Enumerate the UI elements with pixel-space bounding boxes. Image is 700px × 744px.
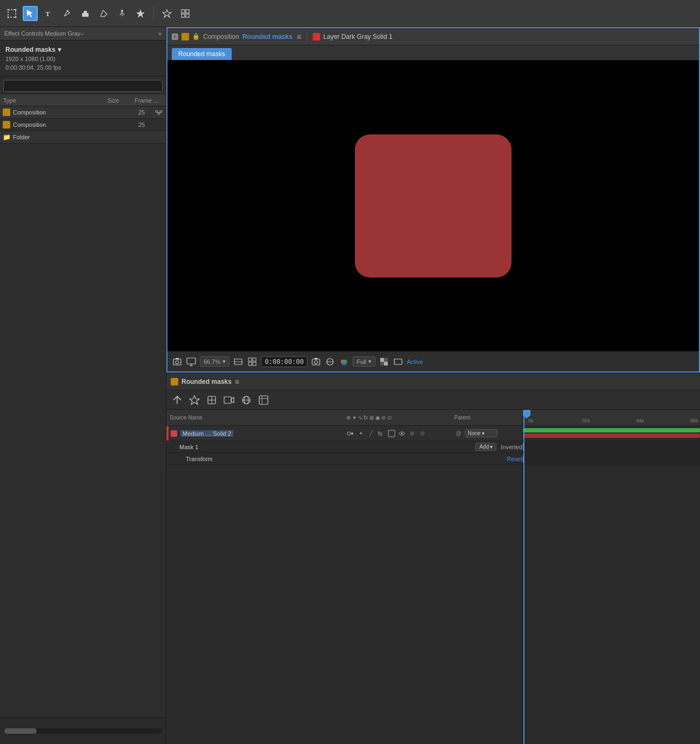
monitor-icon[interactable] — [186, 356, 197, 367]
parent-dropdown-arrow: ▾ — [482, 430, 484, 436]
svg-point-7 — [67, 10, 69, 11]
switch-link[interactable] — [346, 429, 355, 438]
file-row-composition-2[interactable]: Composition 25 — [0, 119, 166, 131]
layer-parent-cell-1: @ None ▾ — [452, 429, 522, 438]
type-tool[interactable]: T — [41, 6, 56, 21]
eraser-tool[interactable] — [96, 6, 111, 21]
project-dimensions: 1920 x 1080 (1.00) — [2, 55, 166, 63]
top-toolbar: T — [0, 0, 700, 27]
svg-line-12 — [120, 12, 122, 15]
tl-video-icon[interactable] — [223, 394, 235, 407]
switch-quality[interactable] — [387, 429, 396, 438]
puppet-tool[interactable] — [115, 6, 130, 21]
svg-rect-0 — [8, 10, 16, 17]
svg-text:fx: fx — [378, 431, 382, 437]
svg-line-24 — [157, 112, 159, 113]
svg-point-1 — [8, 9, 9, 10]
svg-point-70 — [401, 432, 403, 434]
file-row-composition-1[interactable]: Composition 25 — [0, 106, 166, 119]
grid-toggle-icon[interactable] — [247, 356, 258, 367]
project-search-input[interactable] — [3, 80, 163, 92]
file-row-folder[interactable]: 📁 Folder — [0, 131, 166, 144]
svg-rect-19 — [181, 14, 185, 17]
stamp-tool[interactable] — [78, 6, 93, 21]
transform-track-playhead-indicator — [523, 455, 524, 463]
svg-point-45 — [342, 361, 346, 366]
snapshot-icon[interactable] — [172, 356, 183, 367]
camera-icon[interactable] — [311, 356, 321, 367]
motion-blur-icon[interactable] — [325, 356, 335, 367]
tl-parenting-icon[interactable] — [171, 394, 184, 407]
tl-keyframe-icon[interactable] — [257, 394, 270, 407]
switch-solo[interactable]: ✦ — [356, 429, 365, 438]
track-row-1 — [523, 426, 700, 441]
timeline-layers: Source Name ⊕ ✦ ∿ fx ⊞ ◉ ⊘ ⊙ Parent Medi… — [166, 410, 523, 744]
switch-motion-blur[interactable]: ⊙ — [418, 429, 427, 438]
tl-globe-icon[interactable] — [240, 394, 253, 407]
timeline-panel: Rounded masks ≡ — [166, 373, 700, 744]
pixel-aspect-icon[interactable] — [393, 356, 403, 367]
pin-tool[interactable] — [133, 6, 148, 21]
file-table: Type Size Frame ... Composition 25 Compo… — [0, 95, 166, 406]
project-name-label: Rounded masks — [5, 46, 56, 53]
quality-label: Full — [356, 359, 366, 365]
comp-panel-header: × 🔒 Composition Rounded masks ≡ Layer Da… — [167, 28, 699, 45]
switch-fx[interactable]: fx — [377, 429, 386, 438]
col-frame-header: Frame ... — [133, 95, 166, 106]
svg-point-27 — [176, 361, 179, 364]
timecode-display[interactable]: 0:00:00:00 — [261, 356, 307, 367]
comp-menu-icon[interactable]: ≡ — [297, 32, 301, 41]
switch-pen[interactable]: ╱ — [367, 429, 375, 438]
svg-rect-46 — [380, 358, 384, 362]
pen-tool[interactable] — [59, 6, 75, 21]
comp-icon-2 — [2, 120, 11, 129]
parent-dropdown-1[interactable]: None ▾ — [465, 429, 497, 437]
grid-icon[interactable] — [178, 6, 193, 21]
svg-rect-17 — [181, 10, 185, 13]
layer-row-1[interactable]: Medium … Solid 2 ✦ ╱ fx — [166, 426, 522, 441]
ruler-mark-6s: 06s — [690, 418, 698, 423]
tl-transform-icon[interactable] — [205, 394, 218, 407]
svg-marker-57 — [231, 397, 234, 403]
tab-bar: Rounded masks — [167, 45, 699, 60]
svg-rect-28 — [176, 358, 179, 360]
sublayer-transform[interactable]: Transform Reset — [166, 453, 522, 465]
comp-tab[interactable]: Rounded masks — [172, 48, 232, 60]
selection-tool[interactable] — [23, 6, 38, 21]
transform-reset-link[interactable]: Reset — [507, 456, 522, 462]
left-scroll-thumb[interactable] — [4, 728, 37, 734]
timeline-comp-swatch — [171, 378, 178, 385]
parent-link-icon[interactable]: @ — [454, 429, 463, 438]
svg-rect-22 — [160, 111, 162, 112]
selection-box-tool[interactable] — [4, 6, 19, 21]
tl-effects-icon[interactable] — [188, 394, 201, 407]
svg-point-66 — [351, 432, 353, 435]
comp-close-button[interactable]: × — [172, 33, 178, 40]
svg-point-3 — [8, 16, 9, 18]
svg-point-2 — [15, 9, 17, 10]
svg-rect-50 — [394, 359, 402, 364]
toggle-transparency-icon[interactable] — [379, 356, 389, 367]
comp-icon-1 — [2, 108, 11, 117]
svg-line-13 — [122, 12, 124, 15]
timeline-menu-icon[interactable]: ≡ — [235, 377, 239, 386]
mask-mode-dropdown[interactable]: Add ▾ — [475, 443, 496, 451]
svg-rect-40 — [314, 358, 318, 360]
playhead-ruler — [523, 410, 530, 426]
quality-control[interactable]: Full ▾ — [353, 356, 375, 367]
svg-marker-16 — [163, 10, 171, 17]
mask-name: Mask 1 — [179, 444, 471, 450]
main-layout: Effect Controls Medium Gray– » Rounded m… — [0, 27, 700, 744]
svg-rect-21 — [156, 111, 158, 112]
zoom-control[interactable]: 66.7% ▾ — [200, 356, 230, 367]
project-dropdown-arrow[interactable]: ▾ — [58, 46, 61, 53]
color-picker-icon[interactable] — [339, 356, 349, 367]
switch-eye[interactable] — [398, 429, 406, 438]
left-scrollbar[interactable] — [4, 728, 161, 734]
sublayer-mask-1[interactable]: Mask 1 Add ▾ Inverted — [166, 441, 522, 453]
star-icon[interactable] — [159, 6, 174, 21]
expand-icon[interactable]: » — [158, 30, 161, 37]
comp-size-icon[interactable] — [233, 356, 244, 367]
switch-audio[interactable]: ⊘ — [408, 429, 416, 438]
layer-col-header: Source Name ⊕ ✦ ∿ fx ⊞ ◉ ⊘ ⊙ Parent — [166, 410, 522, 426]
